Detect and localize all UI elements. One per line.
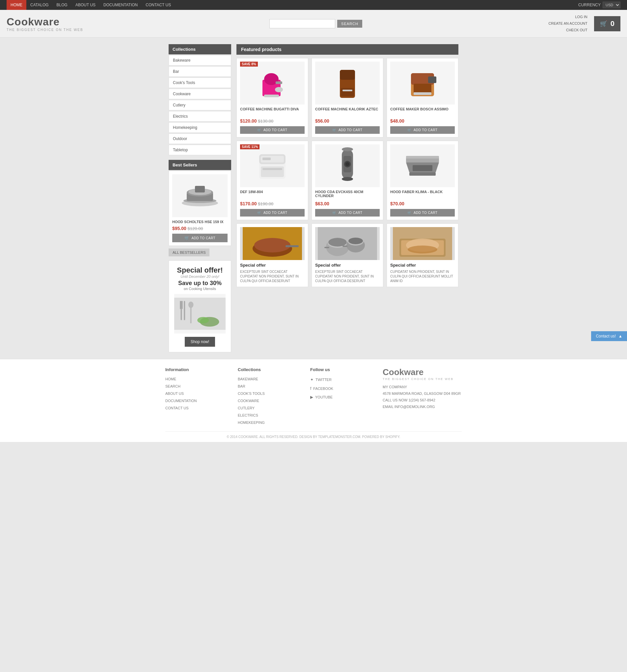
- svg-point-87: [408, 245, 437, 254]
- footer-link-home[interactable]: HOME: [165, 376, 231, 383]
- add-to-cart-2[interactable]: 🛒 ADD TO CART: [315, 126, 380, 134]
- footer-copyright: © 2014 COOKWARE. ALL RIGHTS RESERVED. DE…: [165, 432, 462, 439]
- footer-link-search[interactable]: SEARCH: [165, 383, 231, 390]
- footer-link-about[interactable]: ABOUT US: [165, 390, 231, 397]
- svg-rect-5: [195, 186, 205, 192]
- cart-button[interactable]: 🛒 0: [594, 16, 621, 31]
- footer-col-cookware[interactable]: COOKWARE: [238, 397, 304, 404]
- facebook-label: FACEBOOK: [313, 385, 333, 392]
- sidebar-item-electrics[interactable]: Electrics: [169, 111, 231, 122]
- product-orig-4: $190.00: [258, 201, 273, 206]
- footer-col-bakeware[interactable]: BAKEWARE: [238, 376, 304, 383]
- nav-blog[interactable]: BLOG: [53, 0, 72, 10]
- footer-col-cutlery[interactable]: CUTLERY: [238, 404, 304, 412]
- youtube-label: YOUTUBE: [315, 393, 333, 401]
- special-offer-title-1: Special offer: [240, 263, 305, 268]
- nav-catalog[interactable]: CATALOG: [26, 0, 53, 10]
- currency-dropdown[interactable]: USD EUR GBP: [603, 2, 621, 8]
- logo-subtitle: THE BIGGEST CHOICE ON THE WEB: [6, 28, 83, 32]
- footer-link-contact[interactable]: CONTACT US: [165, 404, 231, 412]
- facebook-icon: f: [310, 384, 311, 393]
- svg-rect-38: [413, 92, 431, 95]
- product-sale-2: $56.00: [315, 118, 329, 124]
- site-header: Cookware THE BIGGEST CHOICE ON THE WEB S…: [0, 10, 627, 38]
- product-price-3: $48.00: [390, 118, 455, 124]
- special-offer-card-3: Special offer CUPIDATAT NON-PROIDENT, SU…: [386, 223, 458, 287]
- footer-link-docs[interactable]: DOCUMENTATION: [165, 397, 231, 404]
- product-name-5: HOOD CDA EVCK4SS 40CM CYLINDER: [315, 190, 380, 199]
- footer-col-cookstools[interactable]: COOK'S TOOLS: [238, 390, 304, 397]
- svg-point-51: [342, 177, 353, 181]
- special-offer-on: on Cooking Utensils: [174, 287, 226, 291]
- cart-icon-2: 🛒: [332, 128, 336, 132]
- add-to-cart-6[interactable]: 🛒 ADD TO CART: [390, 209, 455, 217]
- cart-icon-6: 🛒: [407, 211, 411, 215]
- sidebar-item-tabletop[interactable]: Tabletop: [169, 145, 231, 155]
- footer-facebook[interactable]: f FACEBOOK: [310, 384, 376, 393]
- sidebar-item-outdoor[interactable]: Outdoor: [169, 134, 231, 144]
- cart-icon-5: 🛒: [332, 211, 336, 215]
- bestseller-sale-price: $95.00: [172, 226, 186, 231]
- footer-col-homekeeping[interactable]: HOMEKEEPING: [238, 419, 304, 426]
- all-bestsellers-button[interactable]: ALL BESTSELLERS: [169, 248, 209, 257]
- add-to-cart-3[interactable]: 🛒 ADD TO CART: [390, 126, 455, 134]
- svg-rect-70: [285, 245, 299, 247]
- product-name-4: DEF 18W-804: [240, 190, 305, 199]
- sidebar-item-bakeware[interactable]: Bakeware: [169, 55, 231, 66]
- footer-twitter[interactable]: ✦ TWITTER: [310, 376, 376, 384]
- special-offer-card-2: Special offer EXCEPTEUR SINT OCCAECAT CU…: [311, 223, 383, 287]
- product-image-1: [240, 62, 305, 104]
- footer-company-info: MY COMPANY 4578 MARMORA ROAD, GLASGOW D0…: [383, 384, 462, 410]
- add-to-cart-4[interactable]: 🛒 ADD TO CART: [240, 209, 305, 217]
- bestseller-price: $95.00 $120.00: [172, 226, 228, 231]
- site-logo[interactable]: Cookware THE BIGGEST CHOICE ON THE WEB: [6, 16, 83, 32]
- product-image-2: [315, 62, 380, 104]
- sidebar-item-cookware[interactable]: Cookware: [169, 89, 231, 99]
- product-sale-4: $170.00: [240, 201, 257, 206]
- company-email[interactable]: EMAIL INFO@DEMOLINK.ORG: [383, 405, 435, 409]
- sidebar-item-bar[interactable]: Bar: [169, 66, 231, 77]
- svg-rect-78: [324, 247, 329, 248]
- footer-youtube[interactable]: ▶ YOUTUBE: [310, 393, 376, 402]
- product-card-4: SAVE 11% DEF 18W-804: [236, 141, 308, 220]
- footer-col-bar[interactable]: BAR: [238, 383, 304, 390]
- create-account-link[interactable]: CREATE AN ACCOUNT: [548, 20, 587, 27]
- footer-col-electrics[interactable]: ELECTRICS: [238, 412, 304, 419]
- special-offer-title-3: Special offer: [390, 263, 455, 268]
- search-button[interactable]: SEARCH: [337, 20, 362, 28]
- special-offers-row: Special offer EXCEPTEUR SINT OCCAECAT CU…: [236, 223, 458, 287]
- special-offer-image: [174, 294, 226, 334]
- special-offer-box: Special offer! Until December 20 only! S…: [169, 260, 231, 352]
- svg-point-50: [342, 147, 353, 151]
- nav-home[interactable]: HOME: [6, 0, 26, 10]
- currency-label: CURRENCY: [578, 3, 601, 7]
- svg-point-74: [328, 238, 347, 246]
- bestseller-image: [172, 174, 228, 217]
- login-link[interactable]: LOG IN: [548, 14, 587, 20]
- product-image-3: [390, 62, 455, 104]
- nav-contact[interactable]: CONTACT US: [142, 0, 175, 10]
- svg-rect-63: [406, 156, 439, 159]
- nav-documentation[interactable]: DOCUMENTATION: [99, 0, 142, 10]
- add-to-cart-1[interactable]: 🛒 ADD TO CART: [240, 126, 305, 134]
- svg-point-54: [346, 162, 349, 166]
- featured-header: Featured products: [236, 44, 458, 55]
- product-price-2: $56.00: [315, 118, 380, 124]
- shop-now-button[interactable]: Shop now!: [185, 337, 216, 347]
- sidebar: Collections Bakeware Bar Cook's Tools Co…: [169, 44, 231, 352]
- special-offer-save: Save up to 30%: [174, 280, 226, 287]
- sidebar-item-cutlery[interactable]: Cutlery: [169, 100, 231, 111]
- sidebar-item-cookstools[interactable]: Cook's Tools: [169, 77, 231, 88]
- currency-selector: CURRENCY USD EUR GBP: [578, 2, 621, 8]
- bestseller-add-to-cart[interactable]: 🛒 ADD TO CART: [172, 234, 228, 242]
- checkout-link[interactable]: CHECK OUT: [548, 27, 587, 33]
- footer-collections-title: Collections: [238, 367, 304, 372]
- main-content: Collections Bakeware Bar Cook's Tools Co…: [165, 44, 462, 352]
- contact-tab[interactable]: Contact us! ▲: [591, 331, 627, 341]
- nav-about[interactable]: ABOUT US: [72, 0, 99, 10]
- sidebar-item-homekeeping[interactable]: Homekeeping: [169, 122, 231, 133]
- product-card-1: SAVE 8% COFFEE MACHINE BUGATTI DIVA: [236, 58, 308, 138]
- search-input[interactable]: [269, 19, 335, 28]
- svg-point-66: [254, 238, 291, 253]
- add-to-cart-5[interactable]: 🛒 ADD TO CART: [315, 209, 380, 217]
